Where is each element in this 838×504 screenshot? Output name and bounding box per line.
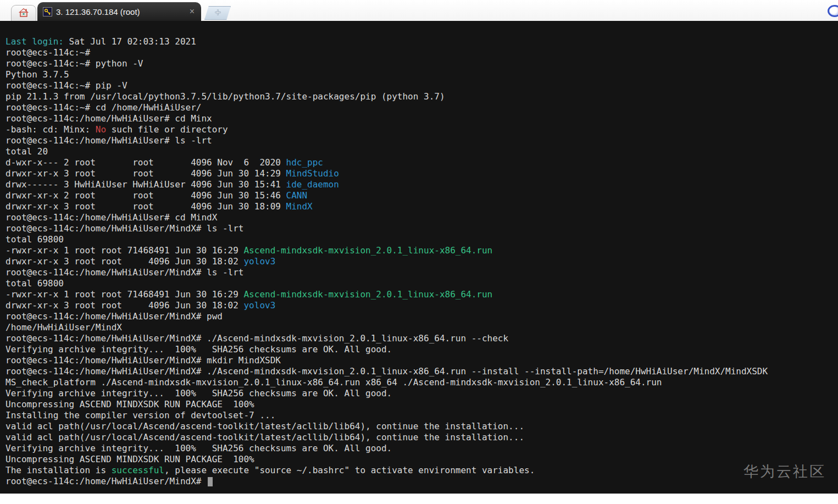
terminal-line: root@ecs-114c:/home/HwHiAiUser/MindX# mk… bbox=[5, 355, 838, 366]
terminal-line: drwxr-xr-x 3 root root 4096 Jun 30 14:29… bbox=[5, 168, 838, 179]
terminal-line: drwxr-xr-x 3 root root 4096 Jun 30 18:02… bbox=[5, 256, 838, 267]
terminal-line: Uncompressing ASCEND MINDXSDK RUN PACKAG… bbox=[5, 454, 838, 465]
terminal-line: Uncompressing ASCEND MINDXSDK RUN PACKAG… bbox=[5, 399, 838, 410]
terminal-line: Python 3.7.5 bbox=[5, 69, 838, 80]
new-tab-button[interactable] bbox=[204, 6, 231, 20]
terminal-line: total 20 bbox=[5, 146, 838, 157]
terminal-line: /home/HwHiAiUser/MindX bbox=[5, 322, 838, 333]
terminal-line: d-wxr-x--- 2 root root 4096 Nov 6 2020 h… bbox=[5, 157, 838, 168]
home-icon bbox=[18, 8, 29, 19]
terminal-line: -bash: cd: Minx: No such file or directo… bbox=[5, 124, 838, 135]
ssh-key-icon bbox=[43, 7, 52, 16]
terminal-line: valid acl path(/usr/local/Ascend/ascend-… bbox=[5, 432, 838, 443]
session-tab[interactable]: 3. 121.36.70.184 (root) × bbox=[37, 2, 201, 21]
terminal-line: Verifying archive integrity... 100% SHA2… bbox=[5, 388, 838, 399]
terminal-line: total 69800 bbox=[5, 234, 838, 245]
terminal-lines: Last login: Sat Jul 17 02:03:13 2021root… bbox=[5, 36, 838, 487]
terminal-line: valid acl path(/usr/local/Ascend/ascend-… bbox=[5, 421, 838, 432]
terminal-line: root@ecs-114c:/home/HwHiAiUser/MindX# ls… bbox=[5, 267, 838, 278]
terminal-line: The installation is successful, please e… bbox=[5, 465, 838, 476]
terminal-line: root@ecs-114c:~# python -V bbox=[5, 58, 838, 69]
terminal-output[interactable]: Last login: Sat Jul 17 02:03:13 2021root… bbox=[0, 21, 838, 494]
terminal-line: root@ecs-114c:/home/HwHiAiUser/MindX# ./… bbox=[5, 366, 838, 377]
terminal-line: root@ecs-114c:/home/HwHiAiUser# cd MindX bbox=[5, 212, 838, 223]
terminal-line: drwxr-xr-x 3 root root 4096 Jun 30 18:09… bbox=[5, 201, 838, 212]
terminal-line: Verifying archive integrity... 100% SHA2… bbox=[5, 443, 838, 454]
terminal-line: root@ecs-114c:/home/HwHiAiUser# cd Minx bbox=[5, 113, 838, 124]
terminal-line: root@ecs-114c:/home/HwHiAiUser/MindX# ls… bbox=[5, 223, 838, 234]
terminal-line: drwx------ 3 HwHiAiUser HwHiAiUser 4096 … bbox=[5, 179, 838, 190]
terminal-line: Verifying archive integrity... 100% SHA2… bbox=[5, 344, 838, 355]
terminal-line: MS_check_platform ./Ascend-mindxsdk-mxvi… bbox=[5, 377, 838, 388]
terminal-line: drwxr-xr-x 2 root root 4096 Jun 30 15:46… bbox=[5, 190, 838, 201]
app-badge-icon[interactable] bbox=[828, 5, 838, 17]
terminal-line: root@ecs-114c:/home/HwHiAiUser/MindX# bbox=[5, 476, 838, 487]
terminal-line: Last login: Sat Jul 17 02:03:13 2021 bbox=[5, 36, 838, 47]
terminal-cursor bbox=[208, 477, 213, 486]
terminal-line: total 69800 bbox=[5, 278, 838, 289]
tab-bar: 3. 121.36.70.184 (root) × bbox=[0, 0, 838, 21]
terminal-line: -rwxr-xr-x 1 root root 71468491 Jun 30 1… bbox=[5, 289, 838, 300]
terminal-line: root@ecs-114c:~# bbox=[5, 47, 838, 58]
terminal-line: pip 21.1.3 from /usr/local/python3.7.5/l… bbox=[5, 91, 838, 102]
terminal-line: drwxr-xr-x 3 root root 4096 Jun 30 18:02… bbox=[5, 300, 838, 311]
home-tab[interactable] bbox=[11, 5, 36, 21]
terminal-line: root@ecs-114c:/home/HwHiAiUser/MindX# ./… bbox=[5, 333, 838, 344]
session-tab-label: 3. 121.36.70.184 (root) bbox=[56, 7, 185, 16]
terminal-line: root@ecs-114c:/home/HwHiAiUser# ls -lrt bbox=[5, 135, 838, 146]
terminal-line: Installing the compiler version of devto… bbox=[5, 410, 838, 421]
watermark: 华为云社区 bbox=[743, 462, 826, 481]
terminal-line: -rwxr-xr-x 1 root root 71468491 Jun 30 1… bbox=[5, 245, 838, 256]
plus-icon bbox=[214, 8, 221, 18]
footer-banner: term by subscribing to the professional … bbox=[0, 494, 838, 504]
terminal-line: root@ecs-114c:~# pip -V bbox=[5, 80, 838, 91]
terminal-line: root@ecs-114c:~# cd /home/HwHiAiUser/ bbox=[5, 102, 838, 113]
terminal-line: root@ecs-114c:/home/HwHiAiUser/MindX# pw… bbox=[5, 311, 838, 322]
close-icon[interactable]: × bbox=[190, 7, 195, 16]
